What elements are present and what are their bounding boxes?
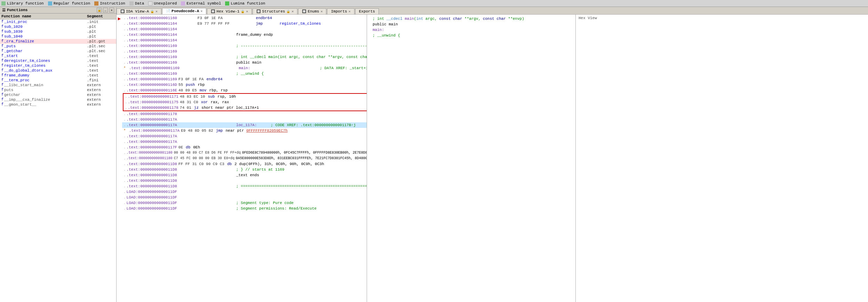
func-segment: .plt [87,30,115,34]
tab-hex-view[interactable]: 🔲 Hex View-1 🔒 ✕ [207,8,252,14]
mnem-mov: mov [200,88,207,93]
legend-external: External symbol [181,1,221,6]
tab-imports-close[interactable]: ✕ [349,9,351,14]
function-item---libc-start-main[interactable]: f __libc_start_main extern [0,83,116,88]
code-line-db-0e[interactable]: . .text:000000000000117F 0E db 0Eh [122,145,367,150]
addr-11d8e: .text:00000000000011D8 [127,183,177,189]
func-prefix: f [1,98,3,102]
op-db-dup: 2 dup(0FFh), 31h, 0C0h, 90h, 0C9h, 0C3h [234,161,324,167]
function-item-register-tm-clones[interactable]: f register_tm_clones .text [0,63,116,68]
function-item-sub-1030[interactable]: f sub_1030 .plt [0,29,116,34]
bytes-1171: 48 83 EC 10 [180,94,205,99]
code-line-load1: . LOAD:000000000000011DF [122,189,367,195]
tab-ida-label: IDA View-A [126,9,149,14]
addr-1169e: .text:0000000000001169 [129,65,180,71]
code-line-1160[interactable]: . .text:0000000000001160 F3 0F 1E FA end… [122,15,367,21]
hex-view-placeholder: Hex View [576,15,868,22]
tab-ida-close[interactable]: ✕ [156,9,158,14]
tab-structures[interactable]: 🔲 Structures 🔒 ✕ [253,8,297,14]
function-item-frame-dummy[interactable]: f frame_dummy .text [0,73,116,78]
function-item--puts[interactable]: f _puts .plt.sec [0,44,116,49]
code-line-main-label[interactable]: * .text:0000000000001169 main: ; DATA XR… [122,65,367,71]
star-marker-117a: * [124,128,129,133]
func-segment: .plt [87,34,115,39]
tab-exports-label: Exports [359,9,375,14]
func-prefix: f [1,88,3,92]
mnem-db: db [186,145,190,150]
regular-color-swatch [48,1,52,6]
functions-minimize-btn[interactable]: _ [103,8,108,13]
code-line-1164-jmp[interactable]: . .text:0000000000001164 E9 77 FF FF FF … [122,21,367,26]
tab-exports[interactable]: Exports [355,8,379,14]
function-item--init-proc[interactable]: f _init_proc .init [0,19,116,24]
functions-close-btn[interactable]: ✕ [109,8,114,13]
tab-imports[interactable]: Imports ✕ [327,8,354,14]
code-line-public-main: . .text:0000000000001169 public main [122,60,367,65]
function-item--cra-finalize[interactable]: f _cra_finalize .plt.got [0,39,116,44]
tab-ida-view[interactable]: 🔲 IDA View-A 🔒 ✕ [117,8,161,14]
function-item--getchar[interactable]: f _getchar .plt.sec [0,49,116,54]
func-name: sub_1040 [4,34,87,39]
function-item-sub-1040[interactable]: f sub_1040 .plt [0,34,116,39]
tab-struct-close[interactable]: ✕ [292,9,294,14]
code-line-db-dup[interactable]: . .text:00000000000011D8 FF FF 31 C0 90 … [122,161,367,167]
tab-pseudo-close[interactable]: ✕ [200,9,202,13]
tab-pseudocode[interactable]: 📄 Pseudocode-A ✕ [162,8,206,14]
func-name: sub_1020 [4,25,87,29]
pseudo-comment-int: ; int __cdecl main(int argc, const char … [373,16,524,22]
tab-hex-close[interactable]: ✕ [246,9,248,14]
tab-enum-close[interactable]: ✕ [320,9,322,14]
tab-ida-icon: 🔲 [120,9,125,14]
func-name: __libc_start_main [4,83,87,87]
code-line-blank3: . .text:0000000000001178 [122,111,367,117]
ida-view-panel[interactable]: ▶ . .text:0000000000001160 F3 0F 1E FA e… [117,15,367,302]
addr-1169a: .text:0000000000001169 [127,43,177,49]
code-line-endbr64[interactable]: . .text:0000000000001169 F3 0F 1E FA end… [122,76,367,82]
addr-116d: .text:000000000000116D [127,82,177,88]
legend-regular: Regular function [48,1,90,6]
pseudocode-panel[interactable]: ; int __cdecl main(int argc, const char … [367,15,576,302]
pseudo-content: ; int __cdecl main(int argc, const char … [367,15,575,40]
function-item--start[interactable]: f _start .text [0,54,116,58]
code-line-xor[interactable]: . .text:0000000000001175 48 31 C0 xor ra… [124,99,367,105]
functions-lock-btn[interactable]: 🔒 [97,8,102,13]
mnem-1164a: jmp [256,21,277,26]
function-item---gmon-start--[interactable]: f __gmon_start__ extern [0,102,116,107]
hex-view-panel[interactable]: Hex View [576,15,868,302]
code-line-push[interactable]: . .text:000000000000116D 55 push rbp [122,82,367,88]
func-prefix: f [1,54,3,58]
code-line-sub[interactable]: . .text:0000000000001171 48 83 EC 10 sub… [124,94,367,99]
code-line-seg-perm: . LOAD:000000000000011DF ; Segment permi… [122,206,367,211]
func-prefix: f [1,49,3,53]
bytes-117a: E9 48 8D 05 82 [181,128,213,133]
code-line-loc-117a[interactable]: . .text:000000000000117A loc_117A: ; COD… [122,122,367,128]
function-item---do-global-dtors-aux[interactable]: f __do_global_dtors_aux .text [0,68,116,73]
code-line-dq-1[interactable]: . .text:0000000000001180 00 00 48 89 C7 … [122,150,367,156]
function-item---imp---cxa-finalize[interactable]: f __imp___cxa_finalize extern [0,97,116,102]
code-line-jmp-117a[interactable]: * .text:000000000000117A E9 48 8D 05 82 … [122,128,367,133]
top-legend-bar: Library function Regular function Instru… [0,0,868,7]
code-line-dq-2[interactable]: . .text:0000000000001180 C7 45 FC 00 00 … [122,156,367,161]
func-prefix: f [1,73,3,77]
function-item-sub-1020[interactable]: f sub_1020 .plt [0,24,116,29]
func-segment: .text [87,54,115,58]
mnem-sub: sub [208,94,215,99]
bytes-1175: 48 31 C0 [180,99,198,105]
function-item-deregister-tm-clones[interactable]: f deregister_tm_clones .text [0,58,116,63]
func-name: sub_1030 [4,30,87,34]
function-item---term-proc[interactable]: f __term_proc .fini [0,78,116,83]
code-line-mov[interactable]: . .text:000000000000116E 48 89 E5 mov rb… [122,88,367,93]
function-item-puts[interactable]: f puts extern [0,88,116,92]
tab-struct-label: Structures [262,9,285,14]
marker-1160: . [124,15,126,21]
code-line-seg-type: . LOAD:000000000000011DF ; Segment type:… [122,200,367,206]
func-segment: extern [87,98,115,102]
marker-1164a: . [124,21,126,26]
code-line-jz[interactable]: . .text:0000000000001178 74 01 jz short … [124,105,367,111]
func-segment: .text [87,64,115,68]
func-segment: extern [87,93,115,97]
function-item-getchar[interactable]: f getchar extern [0,92,116,97]
code-line-starts: . .text:00000000000011D8 ; } // starts a… [122,167,367,172]
functions-list[interactable]: f _init_proc .init f sub_1020 .plt f sub… [0,19,116,302]
tab-enums[interactable]: 🔲 Enums ✕ [298,8,326,14]
